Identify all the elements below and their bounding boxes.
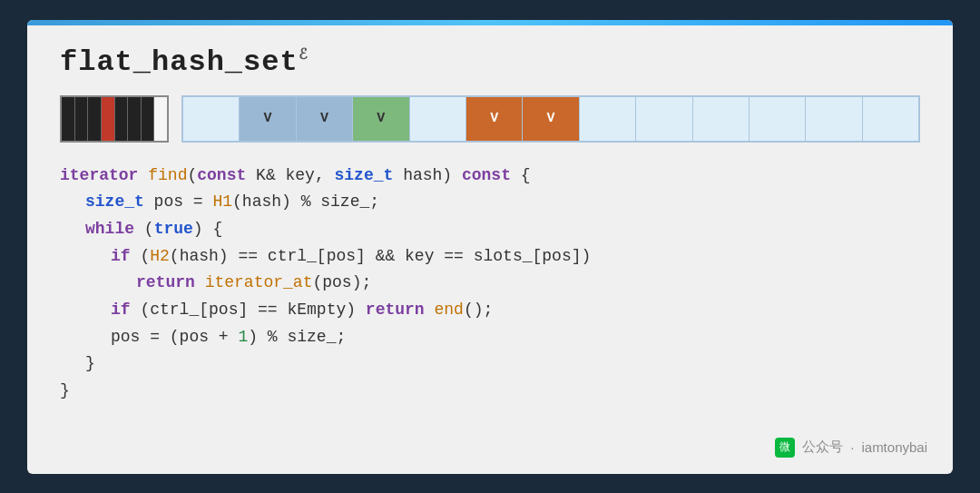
top-bar (27, 20, 953, 25)
wechat-icon: 微 (775, 438, 795, 458)
ctrl-cell-7 (154, 97, 167, 141)
slot-1: V (240, 97, 296, 141)
watermark-separator: · (850, 439, 854, 455)
watermark-handle: iamtonybai (861, 439, 927, 455)
ctrl-cell-2 (88, 97, 102, 141)
title-text: flat_hash_set (60, 45, 299, 79)
ctrl-cell-3 (102, 97, 115, 141)
ctrl-cell-0 (62, 97, 75, 141)
ctrl-cell-6 (142, 97, 155, 141)
slot-5: V (466, 97, 523, 141)
code-line-2: size_t pos = H1(hash) % size_; (60, 189, 920, 216)
code-line-5: return iterator_at(pos); (60, 270, 920, 297)
code-line-4: if (H2(hash) == ctrl_[pos] && key == slo… (60, 243, 920, 271)
watermark-platform: 公众号 (802, 439, 843, 456)
slot-12 (863, 97, 918, 141)
code-line-1: iterator find(const K& key, size_t hash)… (60, 163, 920, 190)
slot-3: V (353, 97, 409, 141)
code-line-8: } (60, 350, 920, 378)
code-line-3: while (true) { (60, 216, 920, 243)
code-block: iterator find(const K& key, size_t hash)… (60, 163, 920, 405)
hash-table-visualization: V V V V V (60, 95, 920, 143)
watermark: 微 公众号 · iamtonybai (775, 438, 927, 458)
slot-4 (410, 97, 466, 141)
title-superscript: ℰ (299, 47, 309, 64)
ctrl-cell-5 (128, 97, 142, 141)
slot-6: V (523, 97, 579, 141)
slot-11 (806, 97, 862, 141)
slot-8 (636, 97, 692, 141)
ctrl-cell-4 (115, 97, 129, 141)
ctrl-cell-1 (75, 97, 89, 141)
code-line-6: if (ctrl_[pos] == kEmpty) return end(); (60, 297, 920, 324)
ctrl-block (60, 95, 169, 143)
code-line-7: pos = (pos + 1) % size_; (60, 324, 920, 351)
slot-7 (580, 97, 636, 141)
slot-2: V (297, 97, 353, 141)
slide: flat_hash_setℰ V V V V V (27, 20, 953, 474)
slot-0 (183, 97, 240, 141)
code-line-9: } (60, 378, 920, 405)
slot-9 (693, 97, 750, 141)
slide-title: flat_hash_setℰ (60, 45, 920, 79)
slots-block: V V V V V (181, 95, 920, 143)
kw-iterator: iterator (60, 166, 138, 184)
slot-10 (750, 97, 806, 141)
fn-find: find (148, 166, 187, 184)
